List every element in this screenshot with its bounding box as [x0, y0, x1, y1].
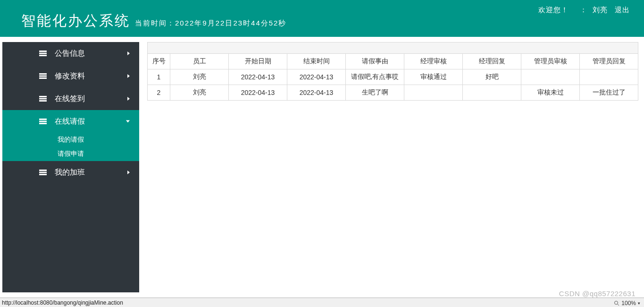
table-cell	[404, 85, 463, 101]
table-row[interactable]: 2刘亮2022-04-132022-04-13生吧了啊审核未过一批住过了	[148, 85, 638, 101]
table-cell: 1	[148, 69, 170, 85]
table-cell: 刘亮	[170, 85, 229, 101]
chevron-right-icon	[127, 74, 130, 78]
table-row[interactable]: 1刘亮2022-04-132022-04-13请假吧,有点事哎审核通过好吧	[148, 69, 638, 85]
sidebar-item-1[interactable]: 修改资料	[2, 65, 139, 87]
col-header: 管理员回复	[580, 54, 638, 69]
sidebar-item-label: 在线签到	[55, 94, 87, 104]
col-header: 开始日期	[229, 54, 287, 69]
svg-rect-10	[39, 121, 47, 122]
submenu: 我的请假请假申请	[2, 133, 139, 161]
col-header: 序号	[148, 54, 170, 69]
content: 序号员工开始日期结束时间请假事由经理审核经理回复管理员审核管理员回复 1刘亮20…	[142, 37, 644, 298]
table-cell: 2022-04-13	[287, 85, 346, 101]
table-cell: 2022-04-13	[229, 85, 287, 101]
svg-rect-12	[39, 170, 47, 171]
table-cell: 一批住过了	[580, 85, 638, 101]
sidebar-item-4[interactable]: 我的加班	[2, 161, 139, 184]
table-cell	[463, 85, 521, 101]
header-main: 智能化办公系统 当前时间：2022年9月22日23时44分52秒	[0, 0, 644, 31]
bars-icon	[39, 73, 47, 79]
col-header: 请假事由	[346, 54, 404, 69]
table-cell	[580, 69, 638, 85]
col-header: 经理回复	[463, 54, 521, 69]
sidebar-item-label: 在线请假	[55, 117, 87, 127]
table-cell	[521, 69, 580, 85]
table-cell: 好吧	[463, 69, 521, 85]
sidebar-item-2[interactable]: 在线签到	[2, 87, 139, 110]
svg-rect-9	[39, 119, 47, 120]
status-url: http://localhost:8080/bangong/qingjiaMin…	[2, 299, 123, 306]
svg-rect-5	[39, 77, 47, 79]
header: 欢迎您！ ： 刘亮 退出 智能化办公系统 当前时间：2022年9月22日23时4…	[0, 0, 644, 37]
sidebar-item-label: 我的加班	[55, 168, 87, 178]
app-title: 智能化办公系统	[21, 11, 130, 31]
table-cell: 审核未过	[521, 85, 580, 101]
sidebar-item-3[interactable]: 在线请假	[2, 110, 139, 133]
welcome-text: 欢迎您！	[538, 6, 569, 14]
bars-icon	[39, 170, 47, 175]
magnifier-icon	[614, 300, 619, 306]
content-title-bar	[147, 42, 638, 53]
bars-icon	[39, 96, 47, 102]
col-header: 管理员审核	[521, 54, 580, 69]
colon: ：	[580, 6, 587, 14]
subtitle-time: 2022年9月22日23时44分52秒	[175, 19, 286, 27]
data-table: 序号员工开始日期结束时间请假事由经理审核经理回复管理员审核管理员回复 1刘亮20…	[147, 53, 638, 101]
table-cell: 生吧了啊	[346, 85, 404, 101]
svg-rect-3	[39, 73, 47, 75]
svg-rect-6	[39, 96, 47, 97]
zoom-indicator[interactable]: 100% ▾	[614, 300, 640, 307]
sidebar-item-label: 修改资料	[55, 71, 87, 81]
app-subtitle: 当前时间：2022年9月22日23时44分52秒	[135, 19, 286, 28]
nav: 公告信息修改资料在线签到在线请假我的请假请假申请我的加班	[2, 42, 139, 292]
svg-rect-7	[39, 98, 47, 100]
logout-link[interactable]: 退出	[615, 6, 630, 14]
svg-rect-0	[39, 51, 47, 52]
table-cell: 2022-04-13	[287, 69, 346, 85]
table-cell: 刘亮	[170, 69, 229, 85]
table-cell: 2022-04-13	[229, 69, 287, 85]
table-cell: 2	[148, 85, 170, 101]
svg-line-16	[618, 304, 619, 306]
svg-point-15	[615, 301, 618, 305]
status-bar: http://localhost:8080/bangong/qingjiaMin…	[0, 298, 644, 307]
svg-rect-4	[39, 76, 47, 77]
subtitle-prefix: 当前时间：	[135, 19, 175, 27]
svg-rect-2	[39, 55, 47, 56]
svg-rect-11	[39, 123, 47, 124]
submenu-item-1[interactable]: 请假申请	[2, 147, 139, 161]
col-header: 员工	[170, 54, 229, 69]
table-cell: 请假吧,有点事哎	[346, 69, 404, 85]
watermark: CSDN @qq857222631	[559, 290, 636, 298]
svg-rect-8	[39, 100, 47, 102]
col-header: 经理审核	[404, 54, 463, 69]
sidebar-item-0[interactable]: 公告信息	[2, 42, 139, 65]
sidebar-item-label: 公告信息	[55, 49, 87, 59]
top-links: 欢迎您！ ： 刘亮 退出	[535, 6, 630, 15]
bars-icon	[39, 119, 47, 124]
chevron-right-icon	[127, 171, 130, 174]
dropdown-icon[interactable]: ▾	[638, 301, 640, 306]
bars-icon	[39, 51, 47, 56]
chevron-right-icon	[127, 51, 130, 55]
col-header: 结束时间	[287, 54, 346, 69]
username-link[interactable]: 刘亮	[593, 6, 608, 14]
submenu-item-0[interactable]: 我的请假	[2, 133, 139, 147]
svg-rect-13	[39, 172, 47, 173]
chevron-down-icon	[126, 120, 130, 123]
sidebar: 公告信息修改资料在线签到在线请假我的请假请假申请我的加班	[0, 37, 142, 298]
svg-rect-1	[39, 53, 47, 54]
table-cell: 审核通过	[404, 69, 463, 85]
svg-rect-14	[39, 174, 47, 175]
chevron-right-icon	[127, 97, 130, 101]
zoom-value: 100%	[621, 300, 636, 307]
